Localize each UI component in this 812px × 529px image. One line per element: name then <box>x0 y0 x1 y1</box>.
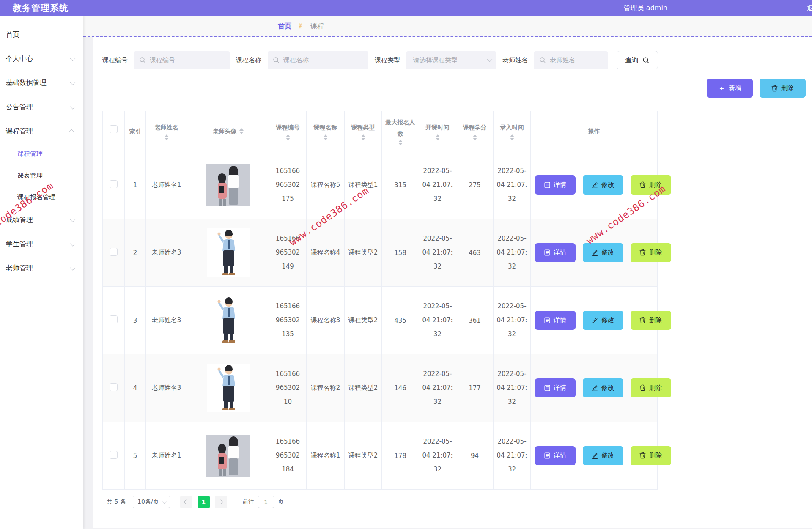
search-button[interactable]: 查询 <box>617 51 658 69</box>
delete-button[interactable]: 删除 <box>631 311 671 330</box>
column-header[interactable]: 课程名称 <box>307 111 345 151</box>
sidebar-item[interactable]: 基础数据管理 <box>0 71 83 95</box>
cell-index: 5 <box>125 422 146 490</box>
column-header-label: 录入时间 <box>500 122 524 133</box>
cell-max-enroll: 178 <box>382 422 419 490</box>
total-count: 共 5 条 <box>107 498 126 506</box>
detail-button[interactable]: 详情 <box>535 311 576 330</box>
delete-button-label: 删除 <box>649 316 662 324</box>
column-header[interactable]: 课程学分 <box>456 111 494 151</box>
sidebar-item[interactable]: 课程管理 <box>0 119 83 143</box>
detail-button[interactable]: 详情 <box>535 446 576 465</box>
delete-button[interactable]: 删除 <box>631 446 671 465</box>
teacher-name-input[interactable] <box>534 51 608 69</box>
cell-credits: 94 <box>456 422 494 490</box>
delete-button[interactable]: 删除 <box>631 378 671 397</box>
add-button[interactable]: ＋ 新增 <box>707 79 753 98</box>
detail-button-label: 详情 <box>554 384 566 392</box>
sidebar-item[interactable]: 学生管理 <box>0 232 83 256</box>
course-no-input[interactable] <box>134 51 230 69</box>
column-header[interactable]: 开课时间 <box>419 111 456 151</box>
detail-button[interactable]: 详情 <box>535 175 576 195</box>
sort-carets-icon[interactable] <box>398 140 403 145</box>
delete-button[interactable]: 删除 <box>631 175 671 195</box>
sort-carets-icon[interactable] <box>324 134 328 140</box>
bulk-delete-button[interactable]: 删除 <box>760 79 806 98</box>
sidebar-subitem[interactable]: 课程管理 <box>0 143 83 165</box>
sidebar-item[interactable]: 个人中心 <box>0 47 83 71</box>
edit-button-label: 修改 <box>601 181 614 189</box>
delete-button[interactable]: 删除 <box>631 243 671 262</box>
sidebar-item[interactable]: 老师管理 <box>0 256 83 280</box>
row-checkbox[interactable] <box>110 180 118 188</box>
trash-icon <box>771 85 778 92</box>
edit-button[interactable]: 修改 <box>583 243 623 262</box>
sidebar-item-label: 老师管理 <box>6 264 33 273</box>
detail-button[interactable]: 详情 <box>535 243 576 262</box>
sidebar-item[interactable]: 成绩管理 <box>0 208 83 232</box>
sidebar-item-label: 首页 <box>6 30 19 39</box>
prev-page-button[interactable] <box>180 496 192 508</box>
row-checkbox[interactable] <box>110 383 118 391</box>
sort-carets-icon[interactable] <box>436 134 440 140</box>
row-checkbox[interactable] <box>110 451 118 459</box>
cell-actions: 详情 修改 删除 <box>531 151 658 219</box>
cell-course-type: 课程类型2 <box>345 219 382 287</box>
edit-button[interactable]: 修改 <box>583 311 623 330</box>
sidebar-item[interactable]: 公告管理 <box>0 95 83 119</box>
document-icon <box>544 249 550 256</box>
column-header[interactable]: 录入时间 <box>494 111 531 151</box>
detail-button-label: 详情 <box>554 316 566 324</box>
course-no-label: 课程编号 <box>102 56 128 64</box>
delete-button-label: 删除 <box>649 181 662 189</box>
breadcrumb-home[interactable]: 首页 <box>278 22 291 31</box>
sidebar-subitem[interactable]: 课程报名管理 <box>0 186 83 208</box>
detail-button[interactable]: 详情 <box>535 378 576 397</box>
sort-carets-icon[interactable] <box>239 128 244 134</box>
column-header[interactable]: 老师头像 <box>187 111 269 151</box>
cell-course-no: 16516696530210 <box>269 354 307 422</box>
edit-button[interactable]: 修改 <box>583 378 623 397</box>
teacher-avatar <box>187 354 269 422</box>
page-number-1[interactable]: 1 <box>198 496 210 508</box>
sort-carets-icon[interactable] <box>165 134 169 140</box>
select-all-checkbox[interactable] <box>110 125 118 133</box>
page-size-select[interactable]: 10条/页 <box>133 496 170 508</box>
course-name-input[interactable] <box>268 51 368 69</box>
sort-carets-icon[interactable] <box>286 134 290 140</box>
sidebar-item[interactable]: 首页 <box>0 23 83 47</box>
logout-link-partial[interactable]: 退 <box>807 4 812 13</box>
cell-index: 4 <box>125 354 146 422</box>
sort-carets-icon[interactable] <box>473 134 477 140</box>
select-all-header <box>103 111 125 151</box>
row-checkbox[interactable] <box>110 315 118 323</box>
column-header[interactable]: 老师姓名 <box>146 111 187 151</box>
trash-icon <box>639 384 646 391</box>
column-header-label: 课程类型 <box>351 122 375 133</box>
sort-carets-icon[interactable] <box>510 134 514 140</box>
row-checkbox[interactable] <box>110 248 118 256</box>
sort-carets-icon[interactable] <box>361 134 365 140</box>
bulk-delete-label: 删除 <box>781 84 794 92</box>
column-header[interactable]: 课程类型 <box>345 111 382 151</box>
edit-button[interactable]: 修改 <box>583 175 623 195</box>
goto-page-input[interactable] <box>258 496 274 508</box>
teacher-avatar <box>187 219 269 287</box>
column-header-label: 最大报名人数 <box>384 117 417 139</box>
cell-course-name: 课程名称5 <box>307 151 345 219</box>
column-header[interactable]: 最大报名人数 <box>382 111 419 151</box>
course-type-select[interactable] <box>406 51 496 69</box>
logged-in-user[interactable]: 管理员 admin <box>624 4 667 13</box>
document-icon <box>544 317 550 323</box>
cell-course-name: 课程名称1 <box>307 422 345 490</box>
sidebar-item-label: 公告管理 <box>6 103 33 112</box>
next-page-button[interactable] <box>215 496 227 508</box>
sidebar-subitem[interactable]: 课表管理 <box>0 165 83 186</box>
chevron-down-icon <box>70 104 76 110</box>
goto-label: 前往 <box>242 498 254 506</box>
column-header-label: 操作 <box>588 126 600 137</box>
chevron-down-icon <box>162 499 167 504</box>
column-header[interactable]: 课程编号 <box>269 111 307 151</box>
edit-button[interactable]: 修改 <box>583 446 623 465</box>
chevron-down-icon <box>70 265 76 271</box>
